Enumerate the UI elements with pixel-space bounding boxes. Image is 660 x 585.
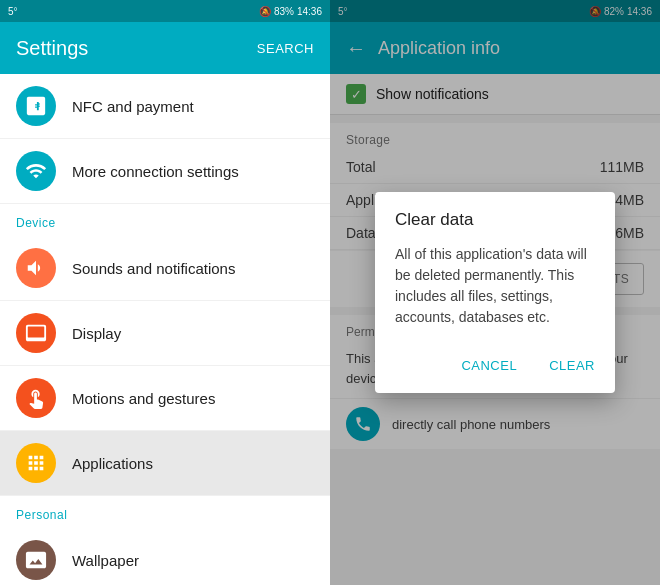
search-button[interactable]: SEARCH [257,41,314,56]
dialog-overlay: Clear data All of this application's dat… [330,0,660,585]
wifi-icon: 🔕 [259,6,271,17]
applications-label: Applications [72,455,153,472]
status-icons-left: 🔕 83% 14:36 [259,6,322,17]
battery-left: 83% [274,6,294,17]
display-label: Display [72,325,121,342]
connections-icon [16,151,56,191]
right-panel: 5° 🔕 82% 14:36 ← Application info ✓ Show… [330,0,660,585]
settings-item-more-connections[interactable]: More connection settings [0,139,330,204]
display-icon [16,313,56,353]
nfc-label: NFC and payment [72,98,194,115]
section-device: Device [0,204,330,236]
left-panel: 5° 🔕 83% 14:36 Settings SEARCH NFC and p… [0,0,330,585]
sounds-label: Sounds and notifications [72,260,235,277]
section-personal: Personal [0,496,330,528]
wallpaper-icon [16,540,56,580]
dialog-title: Clear data [375,192,615,240]
motions-icon [16,378,56,418]
settings-title: Settings [16,37,88,60]
settings-header: Settings SEARCH [0,22,330,74]
settings-item-display[interactable]: Display [0,301,330,366]
cancel-button[interactable]: CANCEL [449,348,529,383]
clear-button[interactable]: CLEAR [537,348,607,383]
applications-icon [16,443,56,483]
time-left: 14:36 [297,6,322,17]
settings-list: NFC and payment More connection settings… [0,74,330,585]
status-signal-left: 5° [8,6,18,17]
settings-item-nfc[interactable]: NFC and payment [0,74,330,139]
settings-item-motions[interactable]: Motions and gestures [0,366,330,431]
motions-label: Motions and gestures [72,390,215,407]
dialog-actions: CANCEL CLEAR [375,344,615,393]
dialog-body: All of this application's data will be d… [375,240,615,344]
nfc-icon [16,86,56,126]
wallpaper-label: Wallpaper [72,552,139,569]
sounds-icon [16,248,56,288]
settings-item-sounds[interactable]: Sounds and notifications [0,236,330,301]
clear-data-dialog: Clear data All of this application's dat… [375,192,615,393]
more-connections-label: More connection settings [72,163,239,180]
settings-item-wallpaper[interactable]: Wallpaper [0,528,330,585]
settings-item-applications[interactable]: Applications [0,431,330,496]
status-bar-left: 5° 🔕 83% 14:36 [0,0,330,22]
